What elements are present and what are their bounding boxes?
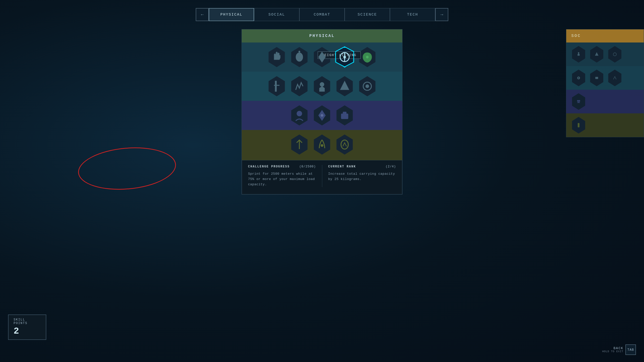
nav-tabs: ← PHYSICAL SOCIAL COMBAT SCIENCE TECH → (196, 8, 448, 21)
skill-icon-weightlifting[interactable] (336, 47, 354, 67)
rp-row-3 (566, 90, 644, 113)
skill-row-3 (242, 101, 402, 130)
nav-left-arrow[interactable]: ← (196, 8, 209, 21)
svg-point-17 (321, 114, 324, 117)
svg-point-15 (297, 111, 302, 116)
svg-point-28 (578, 100, 580, 102)
challenge-label: CHALLENGE PROGRESS (248, 165, 290, 168)
rank-value: (2/4) (386, 165, 396, 168)
skill-icon-biology[interactable] (358, 47, 376, 67)
tab-physical[interactable]: PHYSICAL (209, 8, 254, 21)
svg-rect-29 (578, 123, 580, 127)
svg-rect-19 (343, 112, 346, 115)
back-button[interactable]: BACK HOLD TO EXIT TAB (602, 344, 636, 355)
tab-tech[interactable]: TECH (390, 8, 435, 21)
skill-row-2 (242, 72, 402, 101)
rp-skill-2-1[interactable] (571, 70, 586, 86)
svg-marker-3 (318, 52, 326, 62)
rp-skill-3-1[interactable] (571, 93, 586, 110)
rank-label: CURRENT RANK (328, 165, 356, 168)
skill-icon-r2-5[interactable] (358, 76, 376, 96)
skill-icon-r3-3[interactable] (336, 105, 354, 125)
svg-point-21 (578, 52, 579, 54)
skill-icon-r4-3[interactable] (336, 134, 354, 155)
svg-rect-9 (275, 81, 277, 92)
skill-points-label: SKILL POINTS (14, 318, 41, 325)
tab-science[interactable]: SCIENCE (345, 8, 390, 21)
nav-right-arrow[interactable]: → (435, 8, 448, 21)
skill-icon-r4-1[interactable] (290, 134, 308, 155)
skill-icon-r2-2[interactable] (290, 76, 308, 96)
skill-icon-r3-1[interactable] (290, 105, 308, 125)
rank-section: CURRENT RANK (2/4) Increase total carryi… (322, 165, 396, 187)
svg-marker-22 (595, 52, 598, 56)
rp-skill-2-3[interactable] (608, 70, 622, 86)
svg-point-8 (366, 56, 369, 59)
skill-icon-r2-3[interactable] (313, 76, 331, 96)
rp-skill-4-1[interactable] (571, 117, 586, 133)
tab-social[interactable]: SOCIAL (254, 8, 299, 21)
annotation-circle (76, 144, 178, 193)
rp-skill-2-2[interactable] (589, 70, 604, 86)
skill-icon-r3-2[interactable] (313, 105, 331, 125)
skill-icon-martial[interactable] (313, 47, 331, 67)
skill-icon-stealth[interactable] (290, 47, 308, 67)
rp-row-1 (566, 42, 644, 66)
rp-row-2 (566, 66, 644, 90)
rp-skill-1-1[interactable] (571, 46, 586, 63)
svg-point-25 (578, 77, 579, 78)
physical-section-header: PHYSICAL (242, 29, 402, 42)
skill-icon-fist[interactable] (268, 47, 286, 67)
svg-point-11 (320, 82, 324, 87)
back-label: BACK (602, 346, 623, 350)
skill-points-box: SKILL POINTS 2 (8, 314, 46, 340)
svg-point-2 (298, 51, 300, 53)
tab-combat[interactable]: COMBAT (299, 8, 345, 21)
skill-row-1: WEIGHT LIFTING (242, 42, 402, 72)
rank-description: Increase total carrying capacity by 25 k… (328, 171, 396, 182)
main-skill-panel: PHYSICAL (242, 29, 403, 195)
social-panel-partial: SOC (566, 29, 644, 137)
svg-point-23 (613, 53, 617, 56)
rp-skill-1-2[interactable] (589, 46, 604, 63)
challenge-section: CHALLENGE PROGRESS (0/2500) Sprint for 2… (248, 165, 322, 187)
svg-rect-26 (595, 77, 598, 79)
skill-row-4 (242, 130, 402, 160)
svg-point-6 (343, 56, 346, 59)
svg-point-0 (296, 53, 303, 62)
rp-skill-1-3[interactable] (608, 46, 622, 63)
back-sub-label: HOLD TO EXIT (602, 350, 623, 353)
skill-points-value: 2 (14, 326, 41, 336)
rp-row-4 (566, 113, 644, 137)
back-key-tab[interactable]: TAB (625, 344, 636, 355)
skill-icon-r2-1[interactable] (268, 76, 286, 96)
bottom-info-panel: CHALLENGE PROGRESS (0/2500) Sprint for 2… (242, 160, 402, 194)
svg-point-20 (321, 144, 324, 147)
challenge-value: (0/2500) (299, 165, 316, 168)
social-panel-title: SOC (571, 34, 581, 38)
challenge-description: Sprint for 2500 meters while at 75% or m… (248, 171, 316, 187)
skill-icon-r4-2[interactable] (313, 134, 331, 155)
physical-title: PHYSICAL (309, 34, 335, 38)
svg-marker-12 (340, 81, 349, 90)
social-panel-header: SOC (566, 29, 644, 42)
skill-icon-r2-4[interactable] (336, 76, 354, 96)
svg-point-14 (366, 84, 369, 88)
